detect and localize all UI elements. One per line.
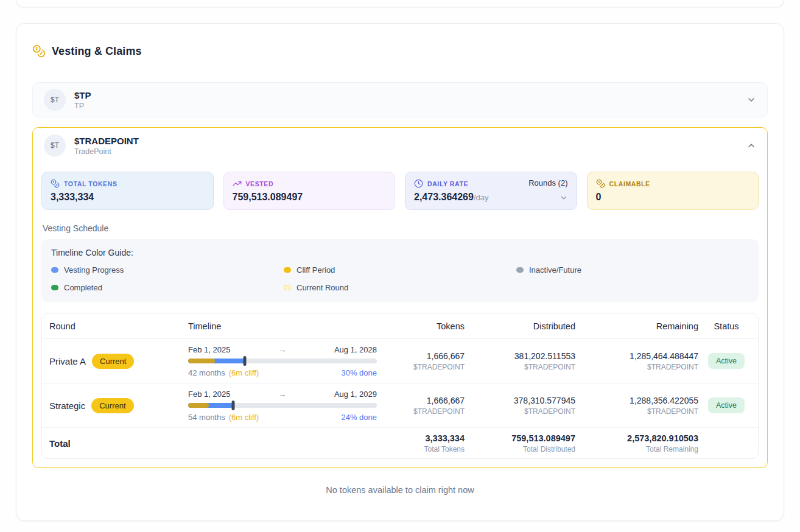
stat-label: TOTAL TOKENS (64, 180, 118, 187)
timeline-start: Feb 1, 2025 (188, 390, 230, 399)
section-label-vesting-schedule: Vesting Schedule (43, 223, 759, 233)
remaining-value: 1,285,464.488447 (579, 351, 698, 361)
coins-icon (596, 179, 605, 188)
bar-current-marker (232, 401, 235, 410)
token-row-tradepoint[interactable]: $T $TRADEPOINT TradePoint (33, 128, 767, 163)
legend-item: Completed (51, 283, 284, 292)
timeline-end: Aug 1, 2029 (334, 390, 377, 399)
round-name: Private A (49, 356, 86, 366)
legend-label: Inactive/Future (529, 265, 581, 275)
empty-claim-message: No tokens available to claim right now (32, 485, 768, 495)
legend-item: Inactive/Future (516, 265, 749, 275)
status-badge: Active (708, 353, 745, 369)
total-tokens: 3,333,334 (384, 433, 465, 443)
bar-current-marker (244, 356, 247, 366)
remaining-unit: $TRADEPOINT (579, 363, 698, 371)
timeline-color-guide: Timeline Color Guide: Vesting Progress C… (41, 239, 759, 302)
timeline-start: Feb 1, 2025 (188, 345, 230, 354)
timeline-cliff: (6m cliff) (229, 413, 259, 422)
distributed-value: 378,310.577945 (468, 396, 575, 405)
col-header-distributed: Distributed (468, 321, 579, 331)
legend-label: Cliff Period (296, 265, 335, 275)
legend-dot-vesting-progress (51, 267, 58, 273)
timeline-cliff: (6m cliff) (229, 368, 259, 377)
stat-value: 2,473.364269 (414, 192, 474, 202)
legend-item: Cliff Period (284, 265, 516, 275)
stat-vested: VESTED 759,513.089497 (223, 172, 396, 210)
col-header-remaining: Remaining (579, 321, 702, 331)
bar-cliff-segment (188, 359, 215, 363)
stat-claimable: CLAIMABLE 0 (587, 172, 759, 210)
table-row: Strategic Current Feb 1, 2025 → Aug 1, 2… (42, 383, 758, 428)
legend-label: Vesting Progress (64, 265, 124, 275)
timeline-duration: 42 months (188, 368, 225, 377)
legend-label: Current Round (296, 283, 348, 292)
distributed-unit: $TRADEPOINT (468, 407, 575, 416)
stat-daily-rate[interactable]: DAILY RATE Rounds (2) 2,473.364269/day (405, 172, 577, 210)
remaining-unit: $TRADEPOINT (579, 407, 698, 416)
token-name: TradePoint (74, 147, 139, 156)
col-header-timeline: Timeline (188, 321, 384, 331)
total-remaining-caption: Total Remaining (579, 445, 698, 453)
token-name: TP (74, 102, 91, 110)
bar-cliff-segment (188, 403, 209, 408)
guide-title: Timeline Color Guide: (51, 248, 749, 257)
token-symbol: $TRADEPOINT (74, 136, 139, 146)
col-header-status: Status (702, 321, 751, 331)
table-total-row: Total 3,333,334 Total Tokens 759,513.089… (42, 428, 758, 458)
total-remaining: 2,573,820.910503 (579, 433, 698, 443)
distributed-unit: $TRADEPOINT (468, 363, 575, 371)
timeline-done: 30% done (341, 368, 377, 377)
token-avatar: $T (44, 135, 66, 156)
tokens-value: 1,666,667 (384, 396, 465, 405)
timeline-end: Aug 1, 2028 (334, 345, 377, 354)
page-title: Vesting & Claims (52, 45, 142, 58)
col-header-round: Round (49, 321, 188, 331)
timeline-done: 24% done (341, 413, 377, 422)
stat-value: 0 (596, 192, 750, 203)
total-distributed: 759,513.089497 (468, 433, 575, 443)
token-card-tradepoint: $T $TRADEPOINT TradePoint TOTAL TOKENS 3… (32, 127, 768, 468)
table-header: Round Timeline Tokens Distributed Remain… (42, 313, 758, 339)
chevron-up-icon[interactable] (746, 141, 756, 150)
tokens-unit: $TRADEPOINT (384, 407, 465, 416)
vesting-claims-card: Vesting & Claims $T $TP TP $T $TRADEPOIN… (16, 23, 784, 521)
stat-label: CLAIMABLE (609, 180, 650, 187)
status-badge: Active (708, 397, 745, 413)
round-name: Strategic (49, 401, 85, 411)
col-header-tokens: Tokens (384, 321, 468, 331)
chevron-down-icon[interactable] (746, 95, 756, 105)
total-distributed-caption: Total Distributed (468, 445, 575, 453)
remaining-value: 1,288,356.422055 (579, 396, 698, 405)
previous-card-edge (16, 0, 784, 7)
timeline-duration: 54 months (188, 413, 225, 422)
current-badge: Current (92, 354, 134, 369)
arrow-right-icon: → (230, 390, 334, 399)
coins-icon (51, 179, 60, 188)
legend-dot-completed (51, 285, 58, 290)
legend-label: Completed (64, 283, 102, 292)
clock-icon (414, 179, 423, 188)
total-label: Total (49, 438, 188, 449)
stat-label: DAILY RATE (427, 180, 468, 187)
vesting-progress-bar (188, 401, 377, 410)
distributed-value: 381,202.511553 (468, 351, 575, 361)
arrow-right-icon: → (230, 345, 334, 354)
token-row-tp[interactable]: $T $TP TP (32, 82, 768, 117)
stat-total-tokens: TOTAL TOKENS 3,333,334 (41, 172, 214, 210)
stats-grid: TOTAL TOKENS 3,333,334 VESTED 759,513.08… (41, 172, 759, 210)
trending-up-icon (233, 179, 242, 188)
tokens-value: 1,666,667 (384, 351, 465, 361)
chevron-down-icon[interactable] (560, 194, 568, 202)
stat-value: 759,513.089497 (233, 192, 387, 203)
page-header: Vesting & Claims (32, 44, 768, 58)
coins-icon (32, 44, 46, 58)
vesting-progress-bar (188, 356, 377, 366)
token-symbol: $TP (74, 90, 91, 100)
vesting-rounds-table: Round Timeline Tokens Distributed Remain… (41, 313, 759, 459)
table-row: Private A Current Feb 1, 2025 → Aug 1, 2… (42, 339, 758, 383)
total-tokens-caption: Total Tokens (384, 445, 465, 453)
rounds-count: Rounds (2) (528, 178, 567, 187)
stat-value: 3,333,334 (51, 192, 205, 203)
legend-dot-inactive-future (516, 267, 524, 273)
